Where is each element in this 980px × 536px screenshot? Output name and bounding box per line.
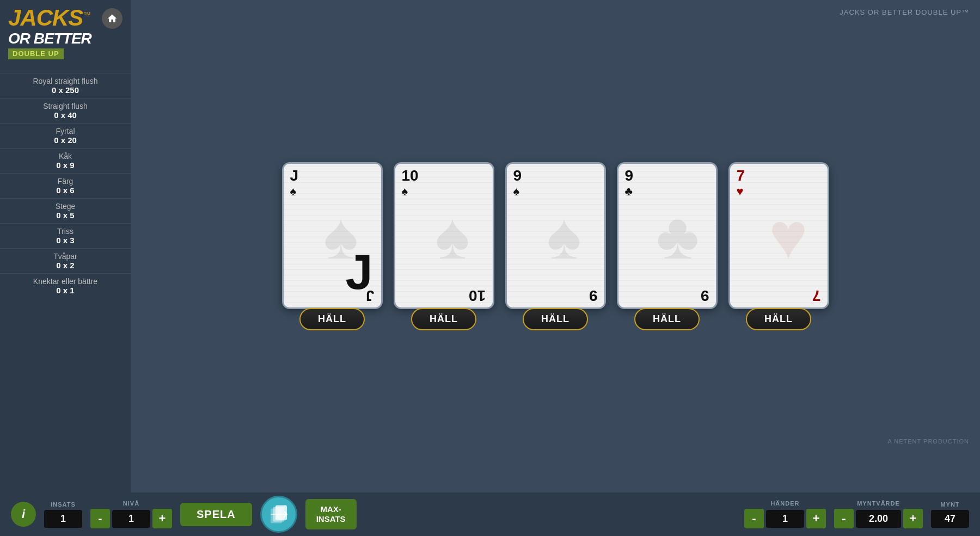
card-rank-top: 9 [513, 168, 522, 183]
card-rank-top: 10 [402, 168, 419, 183]
payout-odds: 0 x 250 [0, 85, 131, 95]
home-icon [107, 13, 118, 24]
payout-odds: 0 x 20 [0, 135, 131, 145]
payout-name: Straight flush [0, 102, 131, 110]
card-rank-bottom: 9 [701, 288, 709, 303]
double-up-label: DOUBLE UP [8, 48, 64, 59]
hander-label: HÄNDER [770, 500, 799, 507]
insats-field: INSATS 1 [44, 501, 82, 528]
insats-label: INSATS [51, 501, 76, 508]
hander-plus-button[interactable]: + [806, 509, 826, 528]
payout-name: Färg [0, 177, 131, 186]
payout-odds: 0 x 3 [0, 236, 131, 245]
myntvarde-minus-button[interactable]: - [834, 509, 854, 528]
payout-row: Färg 0 x 6 [0, 173, 131, 198]
card-suit-top: ♣ [625, 184, 633, 199]
cards-container: J♠♠JJHÄLL10♠♠10HÄLL9♠♠9HÄLL9♣♣9HÄLL7♥♥7H… [282, 162, 829, 330]
card-ghost: ♣ [656, 198, 699, 273]
card-suit-top: ♠ [513, 184, 520, 199]
payout-odds: 0 x 6 [0, 186, 131, 195]
playing-card: 10♠♠10 [394, 162, 494, 309]
card-ghost: ♥ [769, 198, 807, 273]
payout-name: Tvåpar [0, 252, 131, 261]
deal-button[interactable] [260, 496, 297, 533]
hold-button[interactable]: HÄLL [411, 308, 476, 330]
payout-row: Triss 0 x 3 [0, 223, 131, 248]
card-rank-bottom: 7 [812, 288, 821, 303]
mynt-field: MYNT 47 [931, 501, 969, 528]
payout-row: Stege 0 x 5 [0, 198, 131, 223]
or-better-label: OR BETTER [8, 30, 91, 47]
payout-name: Stege [0, 202, 131, 211]
payout-name: Kåk [0, 152, 131, 161]
logo-text: JACKS™ OR BETTER DOUBLE UP [8, 5, 91, 59]
niva-stepper: - 1 + [90, 509, 172, 528]
playing-card: 7♥♥7 [728, 162, 829, 309]
home-button[interactable] [102, 8, 122, 29]
info-button[interactable]: i [11, 502, 36, 527]
payout-row: Knektar eller bättre 0 x 1 [0, 273, 131, 298]
logo-area: JACKS™ OR BETTER DOUBLE UP [0, 0, 131, 67]
niva-field: NIVÅ - 1 + [90, 500, 172, 528]
payout-row: Kåk 0 x 9 [0, 148, 131, 173]
myntvarde-value: 2.00 [856, 510, 901, 528]
niva-value: 1 [112, 510, 150, 528]
card-rank-bottom: J [366, 288, 375, 303]
card-rank-top: 7 [737, 168, 745, 183]
hold-button[interactable]: HÄLL [299, 308, 365, 330]
payout-odds: 0 x 5 [0, 211, 131, 220]
niva-plus-button[interactable]: + [152, 509, 172, 528]
payout-table: Royal straight flush 0 x 250Straight flu… [0, 67, 131, 304]
card-wrapper: 9♠♠9HÄLL [505, 162, 606, 330]
playing-card: J♠♠JJ [282, 162, 383, 309]
card-wrapper: 7♥♥7HÄLL [728, 162, 829, 330]
deal-icon [269, 504, 289, 524]
logo-jacks: JACKS™ [8, 5, 91, 30]
hold-button[interactable]: HÄLL [746, 308, 811, 330]
playing-card: 9♠♠9 [505, 162, 606, 309]
card-rank-top: 9 [625, 168, 634, 183]
payout-row: Fyrtal 0 x 20 [0, 123, 131, 148]
myntvarde-field: MYNTVÄRDE - 2.00 + [834, 500, 923, 528]
hander-field: HÄNDER - 1 + [744, 500, 826, 528]
max-insats-button[interactable]: MAX- INSATS [305, 499, 357, 529]
hold-button[interactable]: HÄLL [634, 308, 700, 330]
hander-stepper: - 1 + [744, 509, 826, 528]
card-suit-top: ♠ [402, 184, 408, 199]
bottom-bar: i INSATS 1 NIVÅ - 1 + SPELA MAX- INSATS … [0, 492, 980, 536]
card-suit-top: ♥ [737, 184, 744, 199]
payout-odds: 0 x 1 [0, 286, 131, 295]
myntvarde-plus-button[interactable]: + [903, 509, 923, 528]
payout-odds: 0 x 40 [0, 110, 131, 120]
payout-name: Knektar eller bättre [0, 277, 131, 286]
hander-minus-button[interactable]: - [744, 509, 764, 528]
card-rank-top: J [290, 168, 299, 183]
card-wrapper: 9♣♣9HÄLL [617, 162, 718, 330]
tm-label: ™ [83, 10, 90, 19]
payout-row: Tvåpar 0 x 2 [0, 248, 131, 273]
mynt-value: 47 [931, 510, 969, 528]
spela-button[interactable]: SPELA [180, 503, 252, 526]
payout-name: Fyrtal [0, 127, 131, 135]
insats-value: 1 [44, 510, 82, 528]
hold-button[interactable]: HÄLL [523, 308, 588, 330]
payout-name: Triss [0, 227, 131, 236]
card-rank-bottom: 9 [589, 288, 598, 303]
mynt-label: MYNT [940, 501, 959, 508]
niva-label: NIVÅ [123, 500, 139, 507]
card-ghost: ♠ [435, 198, 470, 273]
jacks-label: JACKS [8, 5, 83, 30]
payout-row: Straight flush 0 x 40 [0, 98, 131, 123]
card-ghost: ♠ [547, 198, 581, 273]
payout-name: Royal straight flush [0, 77, 131, 85]
playing-card: 9♣♣9 [617, 162, 718, 309]
myntvarde-stepper: - 2.00 + [834, 509, 923, 528]
netent-label: A NETENT PRODUCTION [887, 438, 969, 445]
sidebar: JACKS™ OR BETTER DOUBLE UP Royal straigh… [0, 0, 131, 536]
main-area: JACKS OR BETTER DOUBLE UP™ J♠♠JJHÄLL10♠♠… [131, 0, 980, 492]
card-rank-bottom: 10 [469, 288, 486, 303]
card-wrapper: J♠♠JJHÄLL [282, 162, 383, 330]
payout-odds: 0 x 2 [0, 261, 131, 270]
card-wrapper: 10♠♠10HÄLL [394, 162, 494, 330]
niva-minus-button[interactable]: - [90, 509, 110, 528]
